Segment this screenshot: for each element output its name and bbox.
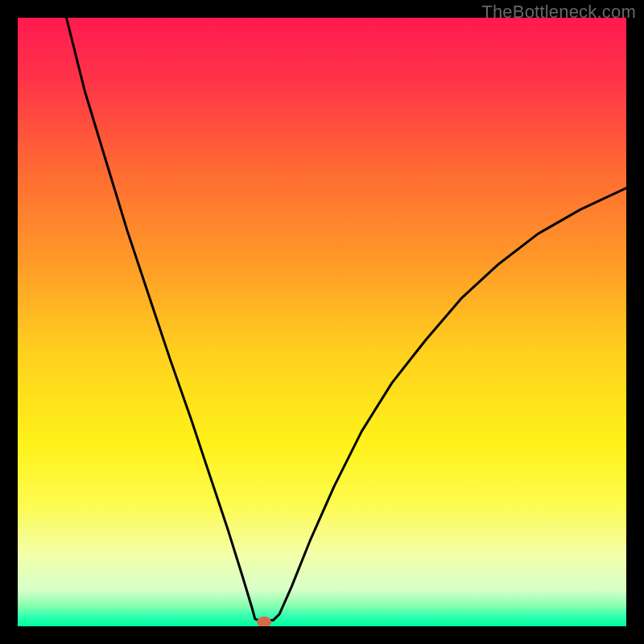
chart-svg	[18, 18, 626, 626]
gradient-background	[18, 18, 626, 626]
plot-area	[18, 18, 626, 626]
chart-frame: TheBottleneck.com	[0, 0, 644, 644]
